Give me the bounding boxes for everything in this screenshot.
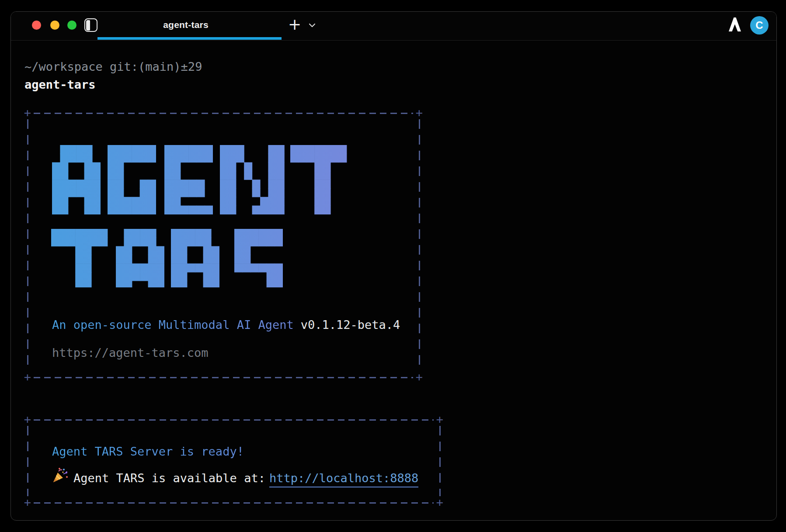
server-ready-text: Agent TARS Server is ready!	[52, 445, 244, 458]
server-box-border-right	[439, 426, 441, 496]
shell-command: agent-tars	[24, 78, 96, 91]
localhost-link[interactable]: http://localhost:8888	[269, 471, 418, 487]
tab-bar: agent-tars + C	[11, 12, 776, 41]
warp-logo-icon[interactable]	[729, 17, 741, 32]
minimize-window-button[interactable]	[50, 21, 59, 30]
banner-box-corner: +	[24, 371, 31, 383]
party-popper-emoji	[52, 467, 69, 484]
banner-version: v0.1.12-beta.4	[301, 318, 400, 332]
close-window-button[interactable]	[32, 21, 41, 30]
server-available-text: Agent TARS is available at:	[73, 471, 265, 485]
banner-tagline-line: An open-source Multimodal AI Agentv0.1.1…	[52, 318, 400, 332]
shell-prompt: ~/workspace git:(main)±29	[24, 60, 202, 73]
active-tab-underline	[97, 37, 282, 40]
server-box-corner: +	[436, 496, 443, 508]
banner-box-border-top	[34, 113, 413, 114]
server-box-border-left	[27, 426, 28, 496]
user-avatar[interactable]: C	[750, 16, 769, 35]
banner-box-corner: +	[24, 107, 31, 118]
server-box-corner: +	[24, 496, 31, 508]
server-box-corner: +	[24, 413, 31, 425]
zoom-window-button[interactable]	[67, 21, 77, 30]
banner-box-border-left	[27, 119, 28, 371]
banner-website-url: https://agent-tars.com	[52, 346, 209, 359]
terminal-window: agent-tars + C ~/workspace git:(main)±29…	[10, 11, 777, 521]
chevron-down-icon[interactable]	[309, 23, 316, 28]
sidebar-toggle-icon[interactable]	[84, 18, 97, 32]
banner-box-border-right	[419, 119, 420, 371]
banner-box-corner: +	[416, 107, 423, 118]
new-tab-button[interactable]: +	[288, 17, 301, 32]
banner-tagline: An open-source Multimodal AI Agent	[52, 318, 294, 332]
server-box-border-top	[34, 419, 434, 421]
banner-box-corner: +	[416, 371, 423, 383]
sidebar-toggle-fill	[86, 20, 90, 31]
tab-agent-tars[interactable]: agent-tars	[163, 20, 209, 30]
server-box-corner: +	[436, 413, 443, 425]
agent-tars-ascii-logo	[51, 134, 349, 287]
banner-box-border-bottom	[34, 377, 413, 378]
server-ready-message: Agent TARS Server is ready!	[52, 445, 244, 458]
server-box-border-bottom	[34, 502, 434, 504]
